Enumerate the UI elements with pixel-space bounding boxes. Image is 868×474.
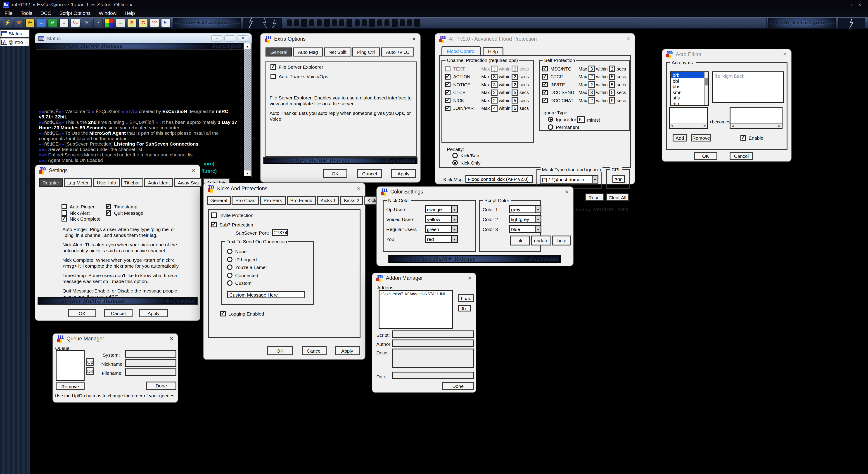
checkbox[interactable]: [220, 311, 226, 316]
chevron-down-icon[interactable]: ▼: [451, 225, 458, 233]
checkbox[interactable]: [542, 66, 548, 71]
quit-message-checkbox[interactable]: Quit Message: [106, 210, 144, 215]
kick-msg-field[interactable]: Flood control kick (AFP v2.0): [465, 175, 533, 183]
checkbox[interactable]: [445, 74, 451, 80]
ok-button[interactable]: OK: [68, 309, 96, 317]
close-icon[interactable]: ✕: [626, 36, 630, 42]
status-minimize-button[interactable]: –: [211, 35, 222, 41]
sub7-protection-checkbox[interactable]: Sub7 Protection: [211, 222, 253, 227]
mask-type-dropdown[interactable]: [2] *!*@host.domain ▼: [539, 176, 598, 184]
app-close-button[interactable]: ✕: [858, 2, 862, 7]
flood-row-notice[interactable]: NOTICEMax3within2secs: [445, 82, 529, 88]
h-scrollbar[interactable]: ◀▶: [670, 123, 707, 128]
colors-grid-icon[interactable]: [104, 18, 114, 27]
radio[interactable]: [452, 160, 458, 165]
cancel-button[interactable]: Cancel: [302, 346, 327, 355]
dialog-titlebar[interactable]: Queue Manager ✕: [53, 334, 178, 344]
scroll-down-icon[interactable]: ▼: [244, 170, 251, 176]
list-item-stfu[interactable]: stfu: [671, 95, 708, 101]
color-1-color-dropdown[interactable]: grey▼: [509, 205, 541, 213]
list-item-bbl[interactable]: bbl: [671, 78, 708, 84]
color-2-color-dropdown[interactable]: lightgrey▼: [509, 215, 541, 223]
menu-script-options[interactable]: Script Options: [60, 10, 91, 15]
status-window-titlebar[interactable]: Status – □ ✕: [35, 33, 251, 43]
tab-pro-pers[interactable]: Pro Pers: [260, 196, 286, 205]
timestamp-checkbox[interactable]: Timestamp: [106, 204, 137, 209]
tab-auto-msg[interactable]: Auto Msg: [293, 48, 323, 57]
checkbox[interactable]: [271, 74, 276, 79]
status-close-button[interactable]: ✕: [238, 35, 248, 41]
remove-button[interactable]: Remove: [691, 134, 711, 141]
notify-list-icon[interactable]: N!: [161, 18, 170, 27]
h-scrollbar[interactable]: ◀▶: [731, 123, 782, 128]
tab-flood-control[interactable]: Flood Control: [441, 46, 481, 55]
clock-icon[interactable]: ◔: [93, 18, 103, 27]
checkbox[interactable]: [445, 105, 451, 111]
nick-complete-checkbox[interactable]: Nick Complete: [62, 216, 101, 222]
menu-tools[interactable]: Tools: [21, 10, 32, 15]
connected-radio[interactable]: Connected: [227, 273, 258, 278]
checkbox[interactable]: [740, 135, 746, 140]
clear-all-button[interactable]: Clear All: [606, 193, 629, 201]
checkbox[interactable]: [445, 82, 451, 87]
status-maximize-button[interactable]: □: [224, 35, 235, 41]
color-3-color-dropdown[interactable]: blue▼: [509, 225, 541, 233]
flood-row-join-part[interactable]: JOIN/PARTMax4within5secs: [445, 105, 529, 112]
tab-auto-ident[interactable]: Auto Ident: [145, 178, 174, 187]
tab-pro-friend[interactable]: Pro Friend: [286, 196, 316, 205]
tab-regular[interactable]: Regular: [39, 178, 63, 187]
flood-row-text[interactable]: TEXTMax3within2secs: [445, 66, 529, 72]
tab-general[interactable]: General: [266, 48, 292, 57]
list-item-bbs[interactable]: bbs: [671, 84, 708, 89]
close-icon[interactable]: ✕: [783, 51, 787, 57]
script-editor-icon[interactable]: CE: [70, 18, 80, 27]
chevron-down-icon[interactable]: ▼: [451, 235, 458, 243]
checkbox[interactable]: [542, 90, 548, 95]
acronym-edit-box[interactable]: ◀▶: [669, 107, 708, 129]
channels-folder-icon[interactable]: #+: [25, 18, 35, 27]
expansion-edit-box[interactable]: ◀▶: [730, 107, 782, 129]
chevron-down-icon[interactable]: ▼: [535, 215, 541, 223]
addon-list-item[interactable]: c:\excursion7.1a\Addons\INSTALL.INI: [379, 291, 452, 297]
checkbox[interactable]: [271, 64, 276, 70]
flood-row-invite[interactable]: INVITEMax2within5secs: [542, 82, 626, 88]
dialog-titlebar[interactable]: Color Settings ✕: [377, 187, 573, 197]
cancel-button[interactable]: Cancel: [104, 309, 132, 317]
dcc-options-icon[interactable]: DCC: [150, 18, 159, 27]
list-item-gtg[interactable]: gtg: [671, 101, 708, 106]
status-scrollbar[interactable]: ▲ ▼: [244, 43, 251, 176]
checkbox[interactable]: [445, 98, 451, 103]
dcc-chat-icon[interactable]: C: [138, 18, 148, 27]
tab-titlebar[interactable]: Titlebar: [121, 178, 144, 187]
tab-kicks-1[interactable]: Kicks 1: [317, 196, 339, 205]
update-button[interactable]: update: [531, 235, 551, 246]
scroll-up-icon[interactable]: ▲: [244, 43, 251, 49]
apply-button[interactable]: Apply: [391, 169, 416, 178]
remove-button[interactable]: Remove: [56, 382, 85, 390]
connect-lightning-icon[interactable]: ⚡: [3, 18, 12, 27]
close-icon[interactable]: ✕: [192, 167, 196, 173]
app-minimize-button[interactable]: –: [840, 2, 842, 7]
checkbox[interactable]: [211, 213, 217, 218]
voiced-users-color-dropdown[interactable]: yellow▼: [425, 215, 458, 223]
menu-file[interactable]: File: [4, 10, 12, 15]
acronym-list[interactable]: brbbblbbssmnstfugtg: [670, 71, 709, 106]
ok-button[interactable]: OK: [267, 346, 293, 355]
flood-row-dcc-send[interactable]: DCC SENDMax3within5secs: [542, 89, 626, 96]
aliases-icon[interactable]: /a: [48, 18, 57, 27]
checkbox[interactable]: [445, 66, 451, 71]
checkbox[interactable]: [542, 74, 548, 80]
chevron-down-icon[interactable]: ▼: [535, 225, 541, 233]
tab-kicks-2[interactable]: Kicks 2: [340, 196, 363, 205]
auto-thanks-checkbox[interactable]: Auto Thanks Voice/Ops: [271, 74, 328, 79]
date-field[interactable]: [392, 372, 474, 379]
help-button[interactable]: help: [552, 235, 571, 246]
close-icon[interactable]: ✕: [468, 275, 472, 281]
tab-away-sys[interactable]: Away Sys: [174, 178, 202, 187]
script-field[interactable]: [392, 330, 474, 338]
pointer-hand-icon[interactable]: ☞: [82, 18, 91, 27]
you-re-a-lamer-radio[interactable]: You're a Lamer: [227, 264, 267, 270]
invite-protection-checkbox[interactable]: Invite Protection: [211, 213, 253, 218]
op-users-color-dropdown[interactable]: orange▼: [425, 205, 458, 213]
dialog-titlebar[interactable]: Acro Editor ✕: [662, 49, 791, 59]
